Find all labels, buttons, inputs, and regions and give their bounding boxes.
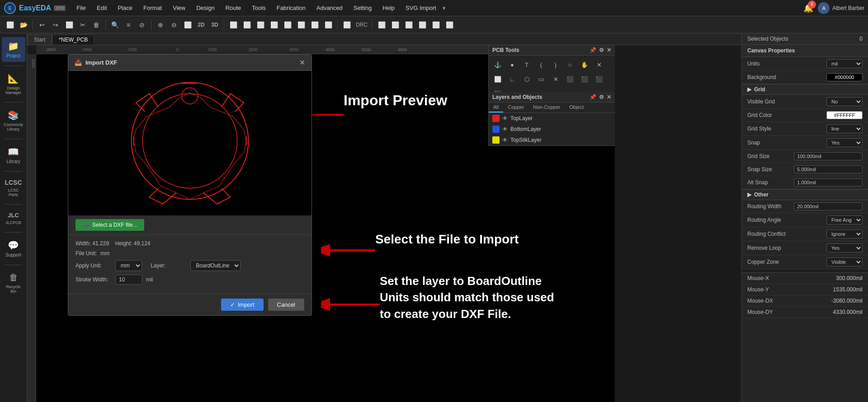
dialog-close-button[interactable]: ✕ (299, 58, 305, 67)
layers-tab-non-copper[interactable]: Non-Copper (528, 103, 565, 112)
menu-place[interactable]: Place (113, 3, 137, 13)
layers-tab-copper[interactable]: Copper (503, 103, 528, 112)
tb-r2[interactable]: ⬜ (241, 19, 253, 31)
sidebar-item-support[interactable]: 💬 Support (2, 236, 25, 261)
menu-edit[interactable]: Edit (92, 3, 111, 13)
dialog-apply-unit-select[interactable]: mm mil inch (115, 260, 142, 271)
tb-clear[interactable]: ⊘ (136, 19, 148, 31)
tb-r6[interactable]: ⬜ (295, 19, 307, 31)
tb-conn[interactable]: ⬜ (340, 19, 353, 31)
sidebar-item-design-manager[interactable]: 📐 Design Manager (2, 70, 25, 98)
tb-fit[interactable]: ⬜ (181, 19, 194, 31)
tool-sq3[interactable]: ⬛ (593, 73, 605, 85)
tool-cross[interactable]: ✕ (593, 58, 605, 71)
tb-r7[interactable]: ⬜ (308, 19, 321, 31)
menu-svg-import[interactable]: SVG Import (401, 3, 441, 13)
tb-t3[interactable]: ⬜ (402, 19, 415, 31)
tb-3d[interactable]: 3D (208, 19, 221, 31)
units-select[interactable]: mil mm inch (826, 59, 863, 68)
menu-file[interactable]: File (72, 3, 90, 13)
tool-x[interactable]: ✕ (549, 73, 562, 85)
menu-view[interactable]: View (168, 3, 190, 13)
tool-arc2[interactable]: ) (549, 58, 562, 71)
menu-fabrication[interactable]: Fabrication (272, 3, 310, 13)
tb-delete[interactable]: 🗑 (90, 19, 103, 31)
menu-tools[interactable]: Tools (247, 3, 270, 13)
tab-start[interactable]: Start (27, 34, 52, 45)
routing-width-input[interactable] (794, 202, 863, 210)
grid-style-select[interactable]: line dot (826, 124, 863, 133)
tb-undo[interactable]: ↩ (36, 19, 48, 31)
grid-color-swatch[interactable]: #FFFFFF (826, 111, 863, 119)
avatar[interactable]: A (818, 2, 830, 14)
dialog-cancel-button[interactable]: Cancel (268, 299, 304, 311)
pcb-tools-pin[interactable]: 📌 (590, 47, 596, 53)
tb-t1[interactable]: ⬜ (375, 19, 388, 31)
menu-advanced[interactable]: Advanced (312, 3, 347, 13)
dialog-layer-select[interactable]: BoardOutLine TopLayer BottomLayer (190, 260, 241, 271)
tb-open[interactable]: 📂 (17, 19, 30, 31)
sidebar-item-jlcpcb[interactable]: JLC JLCPCB (2, 208, 25, 229)
tb-list[interactable]: ≡ (122, 19, 135, 31)
sidebar-item-library[interactable]: 📖 Library (2, 143, 25, 168)
tb-copy[interactable]: ⬜ (63, 19, 75, 31)
tb-t6[interactable]: ⬜ (443, 19, 456, 31)
tb-r8[interactable]: ⬜ (322, 19, 335, 31)
tb-search[interactable]: 🔍 (108, 19, 121, 31)
pcb-tools-settings[interactable]: ⚙ (599, 47, 604, 53)
dialog-stroke-width-input[interactable] (115, 275, 142, 285)
sidebar-item-project[interactable]: 📁 Project (2, 37, 25, 62)
tab-new-pcb[interactable]: *NEW_PCB (52, 34, 94, 45)
pcb-tools-close[interactable]: ✕ (607, 47, 611, 53)
tb-cut[interactable]: ✂ (76, 19, 89, 31)
tb-t2[interactable]: ⬜ (389, 19, 401, 31)
layers-tab-all[interactable]: All (489, 103, 503, 112)
tool-rect[interactable]: ⬜ (491, 73, 504, 85)
tool-angle[interactable]: ∟ (506, 73, 519, 85)
layers-tab-object[interactable]: Object (565, 103, 588, 112)
menu-design[interactable]: Design (192, 3, 219, 13)
canvas-area[interactable]: Start *NEW_PCB -3000 -2000 -1000 0 1000 … (27, 33, 741, 402)
snap-select[interactable]: Yes No (826, 138, 863, 147)
select-dxf-file-button[interactable]: ➕ Select a DXF file... (75, 219, 144, 231)
sidebar-item-commonly-library[interactable]: 📚 Commonly Library (2, 106, 25, 135)
dialog-import-button[interactable]: ✓ Import (221, 299, 264, 311)
tool-route[interactable]: ⚓ (491, 58, 504, 71)
menu-format[interactable]: Format (139, 3, 166, 13)
tool-hex[interactable]: ⬡ (520, 73, 533, 85)
notification-bell[interactable]: 🔔 6 (803, 3, 813, 13)
tb-t4[interactable]: ⬜ (416, 19, 429, 31)
layers-pin[interactable]: 📌 (590, 94, 596, 100)
remove-loop-select[interactable]: Yes No (826, 243, 863, 252)
menu-help[interactable]: Help (378, 3, 399, 13)
tool-hand[interactable]: ✋ (578, 58, 591, 71)
tb-r1[interactable]: ⬜ (227, 19, 240, 31)
alt-snap-input[interactable] (794, 178, 863, 187)
tb-r4[interactable]: ⬜ (268, 19, 280, 31)
tb-zoom-in[interactable]: ⊕ (154, 19, 167, 31)
routing-conflict-select[interactable]: Ignore Highlight Block (826, 229, 863, 238)
menu-setting[interactable]: Setting (349, 3, 376, 13)
layer-visibility-top[interactable]: 👁 (502, 115, 508, 122)
tool-text[interactable]: T (520, 58, 533, 71)
tb-t5[interactable]: ⬜ (429, 19, 442, 31)
tb-zoom-out[interactable]: ⊖ (168, 19, 180, 31)
grid-size-input[interactable] (794, 152, 863, 160)
layers-settings[interactable]: ⚙ (599, 94, 604, 100)
tool-ellipse[interactable]: ○ (564, 58, 576, 71)
tb-r5[interactable]: ⬜ (281, 19, 294, 31)
tool-rect2[interactable]: ▭ (535, 73, 547, 85)
background-color[interactable]: #000000 (826, 73, 863, 81)
tb-redo[interactable]: ↪ (49, 19, 62, 31)
menu-route[interactable]: Route (221, 3, 246, 13)
layers-close[interactable]: ✕ (607, 94, 611, 100)
tb-new[interactable]: ⬜ (4, 19, 16, 31)
tb-r3[interactable]: ⬜ (254, 19, 267, 31)
routing-angle-select[interactable]: Free Ang 45° 90° (826, 215, 863, 224)
sidebar-item-lcsc-parts[interactable]: LCSC LCSC Parts (2, 175, 25, 201)
tool-sq1[interactable]: ⬛ (564, 73, 576, 85)
copper-zone-select[interactable]: Visible Hidden (826, 257, 863, 266)
visible-grid-select[interactable]: No Yes (826, 97, 863, 106)
sidebar-item-recycle-bin[interactable]: 🗑 Recycle Bin (2, 269, 25, 297)
tool-arc1[interactable]: ( (535, 58, 547, 71)
